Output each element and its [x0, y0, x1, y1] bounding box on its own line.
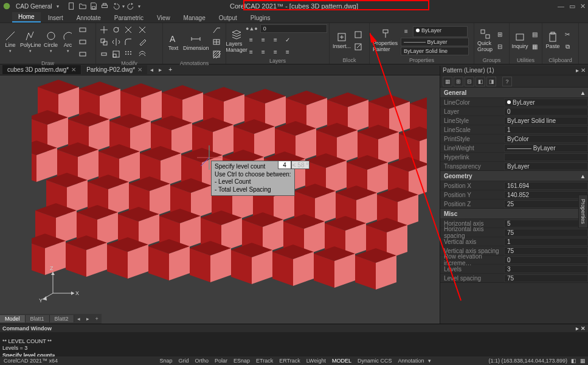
copy-icon[interactable] — [99, 36, 109, 47]
prop-value[interactable] — [504, 153, 588, 161]
prop-value[interactable]: 5 — [504, 220, 588, 228]
array-icon[interactable] — [123, 49, 134, 60]
ribbon-tab-parametric[interactable]: Parametric — [108, 13, 150, 23]
prop-value[interactable]: 25 — [504, 200, 588, 208]
status-toggle-ertrack[interactable]: ERTrack — [277, 358, 303, 364]
linestyle-dropdown[interactable]: ByLayer Solid line — [401, 47, 469, 55]
prop-value[interactable]: 161.694 — [504, 182, 588, 190]
status-toggle-esnap[interactable]: ESnap — [231, 358, 252, 364]
prop-value[interactable]: 140.852 — [504, 191, 588, 199]
prop-value[interactable]: 1 — [504, 126, 588, 134]
status-icon-2[interactable]: ▦ — [580, 358, 586, 364]
tab-prev[interactable]: ◂ — [148, 66, 156, 73]
level-count-input[interactable] — [278, 161, 291, 169]
ribbon-tab-home[interactable]: Home — [12, 12, 41, 23]
hatch-icon[interactable] — [211, 49, 222, 60]
prop-close-icon[interactable]: ✕ — [581, 67, 586, 74]
pp-help-icon[interactable]: ? — [502, 77, 512, 86]
prop-value[interactable]: 75 — [504, 229, 588, 237]
viewport[interactable]: Specify level count Use Ctrl to choose b… — [32, 75, 440, 324]
cmd-close-icon[interactable]: ✕ — [581, 325, 586, 332]
copy2-icon[interactable]: ⧉ — [562, 41, 573, 52]
move-icon[interactable] — [99, 24, 109, 35]
layout-nav-0[interactable]: ◂ — [74, 315, 83, 322]
save-icon[interactable] — [89, 2, 98, 10]
status-toggle-lweight[interactable]: LWeight — [304, 358, 328, 364]
prop-pin-icon[interactable]: ▸ — [576, 67, 579, 74]
spline-icon[interactable] — [77, 24, 88, 35]
layers-manager-tool[interactable]: Layers Manager — [229, 29, 244, 54]
dimension-tool[interactable]: Dimension — [182, 33, 210, 52]
properties-painter-tool[interactable]: Properties Painter — [372, 28, 398, 53]
tab-add[interactable]: + — [165, 65, 176, 74]
pp-tool-1[interactable]: ▦ — [443, 77, 452, 86]
table-icon[interactable] — [211, 36, 222, 47]
status-toggle-dynamic ccs[interactable]: Dynamic CCS — [355, 358, 395, 364]
circle-tool[interactable]: Circle▾ — [43, 30, 59, 54]
ribbon-tab-manage[interactable]: Manage — [178, 13, 212, 23]
prop-value[interactable]: 0 — [504, 108, 588, 116]
prop-value[interactable]: ByLayer — [504, 99, 588, 106]
layout-tab-blatt1[interactable]: Blatt1 — [26, 315, 50, 322]
status-toggle-snap[interactable]: Snap — [157, 358, 175, 364]
pp-tool-5[interactable]: ◨ — [486, 77, 496, 86]
layer-dropdown[interactable]: 0 — [260, 24, 327, 33]
prop-value[interactable]: 0 — [504, 256, 588, 264]
util-icon-1[interactable]: ▤ — [529, 29, 540, 40]
layer-state-7[interactable]: ≡ — [270, 46, 281, 57]
open-icon[interactable] — [78, 2, 87, 10]
prop-value[interactable]: 75 — [504, 247, 588, 255]
prop-value[interactable]: ByColor — [504, 135, 588, 143]
polyline-tool[interactable]: PolyLine▾ — [19, 30, 42, 54]
section-geometry[interactable]: Geometry▴ — [440, 171, 588, 181]
ribbon-tab-insert[interactable]: Insert — [42, 13, 69, 23]
workspace-menu[interactable]: CAD General — [13, 3, 54, 10]
properties-side-tab[interactable]: Properties — [578, 195, 588, 228]
line-tool[interactable]: Line▾ — [2, 30, 18, 54]
section-general[interactable]: General▴ — [440, 88, 588, 97]
rect-icon[interactable] — [77, 49, 88, 60]
mirror-icon[interactable] — [111, 36, 122, 47]
layout-tab-model[interactable]: Model — [0, 315, 26, 322]
layer-state-1[interactable]: ≡ — [246, 34, 257, 45]
status-toggle-etrack[interactable]: ETrack — [254, 358, 275, 364]
prop-value[interactable]: 3 — [504, 265, 588, 273]
new-icon[interactable] — [67, 2, 76, 10]
tab-next[interactable]: ▸ — [156, 66, 164, 73]
prop-value[interactable]: ByLayer — [504, 162, 588, 170]
leader-icon[interactable] — [211, 24, 222, 35]
fillet-icon[interactable] — [123, 36, 134, 47]
prop-value[interactable]: 75 — [504, 274, 588, 282]
doc-tab[interactable]: cubes 3D pattern.dwg*✕ — [2, 65, 81, 74]
ellipse-icon[interactable] — [77, 36, 88, 47]
prop-value[interactable]: ———— ByLayer — [504, 144, 588, 152]
redo-icon[interactable] — [127, 2, 136, 10]
erase-icon[interactable] — [137, 36, 148, 47]
pp-tool-4[interactable]: ◧ — [476, 77, 485, 86]
quick-group-tool[interactable]: Quick Group — [477, 28, 493, 53]
ribbon-tab-output[interactable]: Output — [213, 13, 243, 23]
scale-icon[interactable] — [111, 49, 122, 60]
status-toggle-ortho[interactable]: Ortho — [193, 358, 212, 364]
explode-icon[interactable] — [137, 24, 148, 35]
ribbon-tab-annotate[interactable]: Annotate — [71, 13, 107, 23]
redo-dropdown[interactable]: ▾ — [138, 4, 140, 9]
tab-close-icon[interactable]: ✕ — [71, 66, 76, 73]
pp-tool-2[interactable]: ⊞ — [454, 77, 463, 86]
trim-icon[interactable] — [123, 24, 134, 35]
undo-icon[interactable] — [111, 2, 120, 10]
offset-icon[interactable] — [137, 49, 148, 60]
section-misc[interactable]: Misc▴ — [440, 209, 588, 218]
arc-tool[interactable]: Arc▾ — [60, 30, 76, 54]
layer-state-6[interactable]: ≡ — [258, 46, 269, 57]
print-icon[interactable] — [100, 2, 109, 10]
close-icon[interactable]: ✕ — [580, 2, 586, 10]
pp-tool-3[interactable]: ⊟ — [465, 77, 474, 86]
ribbon-tab-view[interactable]: View — [151, 13, 176, 23]
stretch-icon[interactable] — [99, 49, 109, 60]
layout-nav-2[interactable]: + — [92, 315, 102, 322]
cut-icon[interactable]: ✂ — [562, 29, 573, 40]
status-icon-1[interactable]: ◧ — [571, 358, 576, 364]
text-tool[interactable]: AText — [165, 33, 181, 52]
match-prop-icon[interactable]: ≡ — [401, 26, 412, 37]
